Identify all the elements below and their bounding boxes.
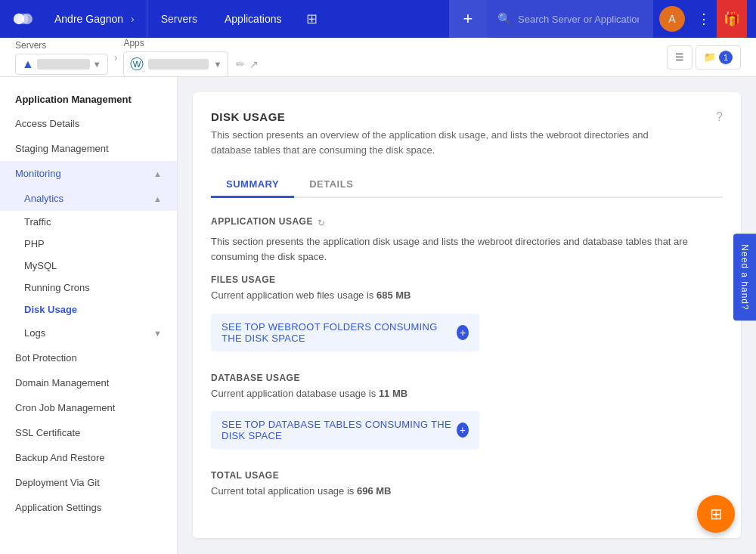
sidebar-item-domain[interactable]: Domain Management: [0, 370, 177, 395]
access-details-label: Access Details: [15, 118, 79, 129]
content-card: DISK USAGE This section presents an over…: [193, 92, 741, 538]
server-select-dropdown[interactable]: ▲ ▼: [15, 54, 108, 75]
sidebar-item-access-details[interactable]: Access Details: [0, 111, 177, 136]
sidebar-section-title: Application Management: [0, 86, 177, 111]
refresh-icon[interactable]: ↻: [318, 218, 325, 228]
total-usage-desc: Current total application usage is 696 M…: [211, 484, 723, 499]
sidebar-item-monitoring[interactable]: Monitoring ▲: [0, 161, 177, 186]
apps-grid-icon[interactable]: ⊞: [295, 0, 328, 38]
disk-usage-title: DISK USAGE: [211, 110, 665, 123]
search-input[interactable]: [518, 14, 639, 25]
app-usage-section: APPLICATION USAGE ↻ This section present…: [211, 216, 723, 499]
sidebar-item-backup[interactable]: Backup And Restore: [0, 445, 177, 470]
total-usage-value: 696 MB: [357, 485, 392, 497]
subheader: Servers ▲ ▼ › Apps ⓦ ▼ ✏ ↗ ☰: [0, 38, 756, 77]
disk-usage-header: DISK USAGE This section presents an over…: [211, 110, 723, 157]
main-content: DISK USAGE This section presents an over…: [178, 77, 756, 554]
files-usage-value: 685 MB: [376, 289, 411, 301]
sidebar-sub-disk-usage[interactable]: Disk Usage: [0, 299, 177, 320]
monitoring-label: Monitoring: [15, 168, 61, 179]
external-link-icon[interactable]: ↗: [249, 58, 259, 70]
gift-icon[interactable]: 🎁: [717, 0, 747, 38]
analytics-label: Analytics: [24, 193, 64, 204]
search-container: 🔍: [487, 0, 653, 38]
apps-label: Apps: [123, 38, 259, 48]
webroot-folders-label: See Top Webroot Folders Consuming The Di…: [222, 321, 457, 344]
nav-applications[interactable]: Applications: [211, 0, 296, 38]
app-select-dropdown[interactable]: ⓦ ▼: [123, 51, 228, 77]
topnav-right: + 🔍 A ⋮ 🎁: [449, 0, 747, 38]
sidebar-item-deployment[interactable]: Deployment Via Git: [0, 470, 177, 495]
nav-servers[interactable]: Servers: [147, 0, 211, 38]
sidebar-item-ssl[interactable]: SSL Certificate: [0, 420, 177, 445]
servers-label: Servers: [15, 40, 108, 51]
edit-icon[interactable]: ✏: [236, 58, 245, 70]
more-options-icon[interactable]: ⋮: [691, 11, 717, 27]
content-tabs: SUMMARY DETAILS: [211, 172, 723, 198]
svg-point-2: [17, 14, 28, 24]
sidebar-item-staging[interactable]: Staging Management: [0, 136, 177, 161]
sidebar-item-cron[interactable]: Cron Job Management: [0, 395, 177, 420]
files-usage-section: FILES USAGE Current application web file…: [211, 274, 723, 351]
files-usage-title: FILES USAGE: [211, 274, 723, 285]
folder-button[interactable]: 📁 1: [696, 45, 741, 70]
tab-summary[interactable]: SUMMARY: [211, 172, 294, 198]
chevron-up-icon: ▲: [153, 169, 162, 178]
top-navigation: Andre Gagnon Servers Applications ⊞ + 🔍 …: [0, 0, 756, 38]
folder-icon: 📁: [704, 51, 716, 63]
db-usage-value: 11 MB: [379, 388, 407, 399]
db-usage-title: DATABASE USAGE: [211, 373, 723, 383]
plus-icon: +: [457, 422, 469, 438]
database-usage-section: DATABASE USAGE Current application datab…: [211, 373, 723, 450]
see-database-tables-button[interactable]: See Top Database Tables Consuming The Di…: [211, 411, 479, 449]
sidebar: Application Management Access Details St…: [0, 77, 178, 554]
servers-selector: Servers ▲ ▼: [15, 40, 108, 75]
app-usage-desc: This section presents the application di…: [211, 234, 723, 264]
user-menu[interactable]: Andre Gagnon: [42, 0, 147, 38]
tab-details[interactable]: DETAILS: [294, 172, 368, 198]
sidebar-item-analytics[interactable]: Analytics ▲: [0, 186, 177, 211]
disk-usage-description: This section presents an overview of the…: [211, 128, 665, 157]
subheader-actions: ☰ 📁 1: [667, 45, 741, 70]
sidebar-sub-traffic[interactable]: Traffic: [0, 211, 177, 233]
main-navigation: Servers Applications: [147, 0, 296, 38]
sidebar-sub-running-crons[interactable]: Running Crons: [0, 277, 177, 299]
total-usage-title: TOTAL USAGE: [211, 470, 723, 481]
database-tables-label: See Top Database Tables Consuming The Di…: [222, 419, 457, 441]
app-logo[interactable]: [9, 2, 42, 36]
total-usage-section: TOTAL USAGE Current total application us…: [211, 470, 723, 499]
chevron-down-icon: ▼: [213, 60, 222, 69]
see-webroot-folders-button[interactable]: See Top Webroot Folders Consuming The Di…: [211, 314, 479, 351]
fab-button[interactable]: ⊞: [697, 495, 735, 533]
list-view-button[interactable]: ☰: [667, 45, 692, 70]
breadcrumb-arrow: ›: [114, 51, 118, 63]
help-icon[interactable]: ?: [716, 110, 723, 124]
sidebar-sub-php[interactable]: PHP: [0, 233, 177, 255]
avatar[interactable]: A: [659, 6, 685, 32]
folder-badge: 1: [719, 51, 733, 64]
app-name: [148, 59, 209, 70]
sidebar-item-app-settings[interactable]: Application Settings: [0, 495, 177, 520]
db-usage-desc: Current application database usage is 11…: [211, 386, 723, 401]
sidebar-sub-mysql[interactable]: MySQL: [0, 255, 177, 277]
wordpress-icon: ⓦ: [130, 55, 144, 73]
main-layout: Application Management Access Details St…: [0, 77, 756, 554]
need-a-hand-button[interactable]: Need a hand?: [733, 234, 756, 320]
app-usage-title: APPLICATION USAGE: [211, 216, 313, 227]
plus-icon: +: [457, 325, 469, 340]
apps-selector: Apps ⓦ ▼ ✏ ↗: [123, 38, 259, 77]
logs-label: Logs: [24, 327, 45, 339]
sidebar-item-bot-protection[interactable]: Bot Protection: [0, 345, 177, 370]
search-icon: 🔍: [497, 12, 512, 26]
chevron-up-icon: ▲: [153, 194, 162, 203]
chevron-down-icon: ▼: [153, 329, 162, 338]
staging-label: Staging Management: [15, 143, 109, 154]
add-button[interactable]: +: [449, 0, 487, 38]
list-icon: ☰: [675, 51, 684, 63]
fab-icon: ⊞: [710, 505, 723, 523]
server-name: [37, 59, 90, 70]
server-icon: ▲: [22, 57, 34, 71]
files-usage-desc: Current application web files usage is 6…: [211, 288, 723, 303]
chevron-down-icon: ▼: [93, 60, 101, 69]
sidebar-item-logs[interactable]: Logs ▼: [0, 320, 177, 345]
